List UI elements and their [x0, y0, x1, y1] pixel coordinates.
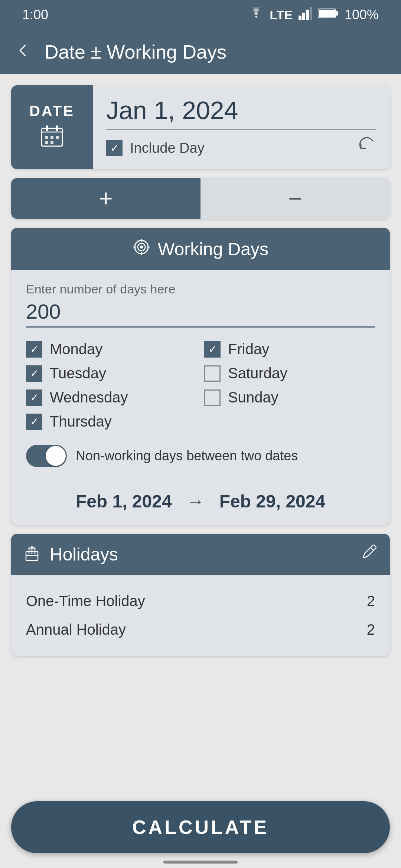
date-from[interactable]: Feb 1, 2024 — [76, 491, 172, 512]
friday-checkbox[interactable]: ✓ — [204, 341, 221, 358]
svg-rect-13 — [56, 136, 59, 139]
signal-icon — [299, 7, 312, 23]
holidays-icon — [25, 545, 42, 564]
include-day-row: ✓ Include Day — [106, 137, 376, 159]
monday-label: Monday — [50, 341, 102, 358]
svg-rect-15 — [50, 141, 53, 144]
day-row-tuesday: ✓ Tuesday — [26, 365, 197, 382]
date-to[interactable]: Feb 29, 2024 — [219, 491, 326, 512]
holiday-row-onetime: One-Time Holiday 2 — [26, 587, 375, 615]
svg-rect-10 — [56, 125, 58, 131]
tuesday-checkbox[interactable]: ✓ — [26, 365, 42, 382]
thursday-label: Thursday — [50, 413, 112, 430]
day-row-thursday: ✓ Thursday — [26, 413, 197, 430]
wednesday-label: Wednesday — [50, 389, 128, 406]
calculate-button[interactable]: CALCULATE — [11, 801, 390, 853]
date-right-panel: Jan 1, 2024 ✓ Include Day — [93, 85, 390, 169]
back-button[interactable] — [15, 41, 31, 63]
day-row-monday: ✓ Monday — [26, 341, 197, 358]
working-days-header: Working Days — [11, 228, 390, 270]
lte-label: LTE — [270, 8, 293, 22]
date-label: DATE — [29, 103, 75, 119]
saturday-label: Saturday — [228, 365, 287, 382]
monday-checkbox[interactable]: ✓ — [26, 341, 42, 358]
main-content: DATE Jan 1, 2024 ✓ Include Day — [0, 74, 401, 715]
onetime-holiday-count: 2 — [367, 593, 375, 609]
nonworking-toggle[interactable] — [26, 445, 67, 467]
toggle-thumb — [46, 446, 66, 466]
status-bar: 1:00 LTE 100% — [0, 0, 401, 30]
include-day-checkbox[interactable]: ✓ — [106, 140, 123, 156]
svg-rect-14 — [45, 141, 48, 144]
app-bar: Date ± Working Days — [0, 30, 401, 74]
day-row-sunday: Sunday — [204, 389, 375, 406]
battery-icon — [318, 7, 339, 23]
svg-rect-6 — [336, 11, 338, 16]
working-days-icon — [133, 238, 150, 260]
svg-point-18 — [140, 246, 143, 249]
day-row-saturday: Saturday — [204, 365, 375, 382]
days-input[interactable] — [26, 299, 375, 328]
svg-rect-9 — [46, 125, 48, 131]
day-row-wednesday: ✓ Wednesday — [26, 389, 197, 406]
working-days-body: Enter number of days here ✓ Monday ✓ Fri… — [11, 270, 390, 525]
svg-rect-0 — [299, 16, 301, 20]
working-days-title: Working Days — [158, 239, 268, 259]
annual-holiday-count: 2 — [367, 621, 375, 638]
friday-label: Friday — [228, 341, 269, 358]
holidays-header-inner: Holidays — [25, 544, 118, 565]
date-label-box[interactable]: DATE — [11, 85, 93, 169]
wednesday-checkbox[interactable]: ✓ — [26, 389, 42, 406]
calendar-icon — [40, 124, 64, 152]
day-row-friday: ✓ Friday — [204, 341, 375, 358]
minus-button[interactable]: − — [200, 178, 390, 219]
edit-icon[interactable] — [360, 545, 376, 565]
include-day-label: Include Day — [130, 140, 351, 156]
onetime-holiday-name: One-Time Holiday — [26, 593, 145, 609]
svg-rect-12 — [50, 136, 53, 139]
sunday-label: Sunday — [228, 389, 278, 406]
holidays-title: Holidays — [50, 544, 118, 565]
nonworking-label: Non-working days between two dates — [76, 448, 298, 464]
holiday-row-annual: Annual Holiday 2 — [26, 615, 375, 644]
tuesday-label: Tuesday — [50, 365, 106, 382]
date-value[interactable]: Jan 1, 2024 — [106, 96, 376, 130]
svg-rect-3 — [310, 7, 312, 20]
working-days-card: Working Days Enter number of days here ✓… — [11, 228, 390, 525]
refresh-icon[interactable] — [359, 137, 376, 159]
operation-buttons: + − — [11, 178, 390, 219]
time-display: 1:00 — [22, 7, 48, 23]
saturday-checkbox[interactable] — [204, 365, 221, 382]
wifi-icon — [249, 7, 264, 23]
svg-rect-8 — [42, 131, 62, 133]
nonworking-toggle-row: Non-working days between two dates — [26, 445, 375, 479]
arrow-icon: → — [187, 491, 205, 512]
date-card: DATE Jan 1, 2024 ✓ Include Day — [11, 85, 390, 169]
svg-rect-5 — [319, 10, 335, 17]
svg-rect-2 — [306, 10, 309, 20]
days-grid: ✓ Monday ✓ Friday ✓ Tuesday Saturday — [26, 341, 375, 430]
home-indicator — [163, 861, 238, 864]
app-title: Date ± Working Days — [45, 41, 226, 63]
date-range-row: Feb 1, 2024 → Feb 29, 2024 — [26, 491, 375, 512]
days-input-label: Enter number of days here — [26, 282, 375, 296]
thursday-checkbox[interactable]: ✓ — [26, 414, 42, 430]
holidays-card: Holidays One-Time Holiday 2 Annual Holid… — [11, 534, 390, 656]
battery-percent: 100% — [345, 7, 379, 23]
sunday-checkbox[interactable] — [204, 389, 221, 406]
annual-holiday-name: Annual Holiday — [26, 621, 126, 638]
plus-button[interactable]: + — [11, 178, 200, 219]
holidays-body: One-Time Holiday 2 Annual Holiday 2 — [11, 575, 390, 656]
svg-rect-11 — [45, 136, 48, 139]
svg-rect-1 — [302, 13, 305, 20]
holidays-header: Holidays — [11, 534, 390, 575]
